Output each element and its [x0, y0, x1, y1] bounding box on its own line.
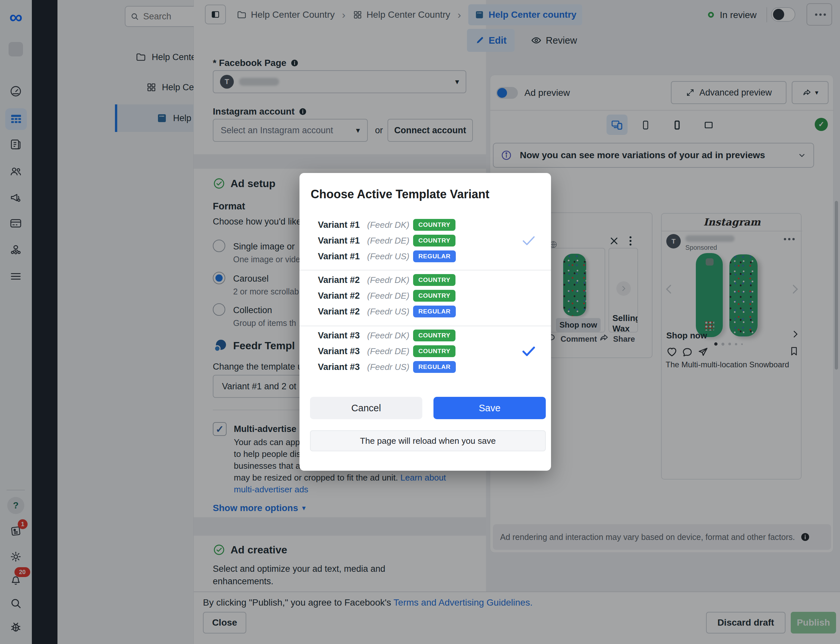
- group-divider: [300, 325, 551, 326]
- variant-row[interactable]: Variant #3 (Feedr US) REGULAR: [318, 360, 456, 374]
- modal-title: Choose Active Template Variant: [311, 187, 489, 201]
- variant-row[interactable]: Variant #3 (Feedr DE) COUNTRY: [318, 344, 455, 358]
- variant-row[interactable]: Variant #1 (Feedr US) REGULAR: [318, 249, 456, 264]
- cancel-button[interactable]: Cancel: [310, 397, 422, 419]
- variant-row[interactable]: Variant #1 (Feedr DE) COUNTRY: [318, 233, 455, 248]
- group-divider: [300, 270, 551, 271]
- reload-notice: The page will reload when you save: [310, 430, 546, 451]
- ads-manager-page: ∞ ? 1: [0, 0, 840, 644]
- choose-variant-modal: Choose Active Template Variant Variant #…: [300, 173, 551, 471]
- save-button[interactable]: Save: [433, 397, 546, 419]
- selected-check-icon: [520, 343, 537, 360]
- variant-row[interactable]: Variant #2 (Feedr US) REGULAR: [318, 304, 456, 319]
- selected-check-icon: [520, 232, 537, 249]
- variant-row[interactable]: Variant #2 (Feedr DE) COUNTRY: [318, 289, 455, 303]
- variant-row[interactable]: Variant #1 (Feedr DK) COUNTRY: [318, 218, 455, 232]
- variant-row[interactable]: Variant #3 (Feedr DK) COUNTRY: [318, 328, 455, 343]
- variant-row[interactable]: Variant #2 (Feedr DK) COUNTRY: [318, 273, 455, 287]
